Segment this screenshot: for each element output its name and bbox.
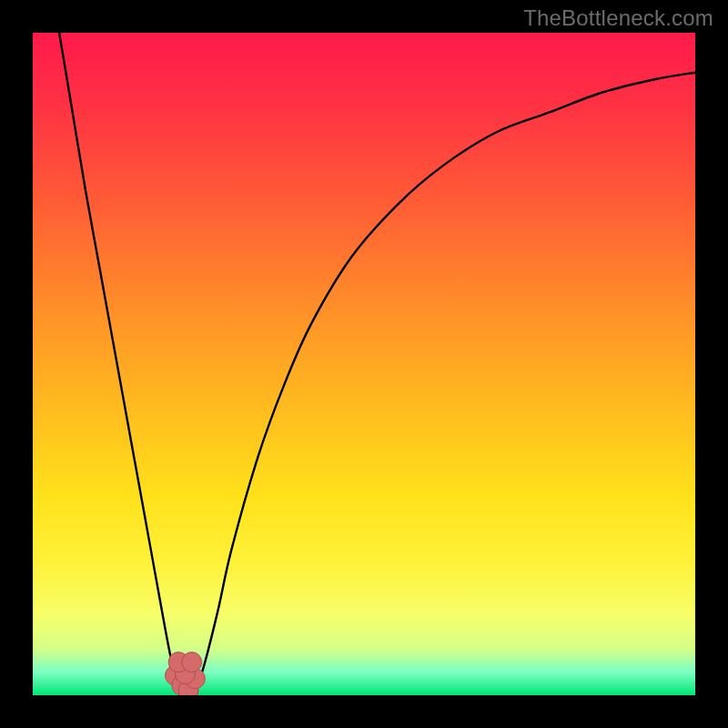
- plot-area: [33, 33, 695, 695]
- minimum-marker: [182, 652, 202, 672]
- curve-layer: [33, 33, 695, 695]
- watermark-text: TheBottleneck.com: [523, 5, 713, 31]
- chart-frame: TheBottleneck.com: [0, 0, 728, 728]
- bottleneck-curve: [59, 33, 695, 693]
- minimum-marker-cluster: [166, 652, 206, 695]
